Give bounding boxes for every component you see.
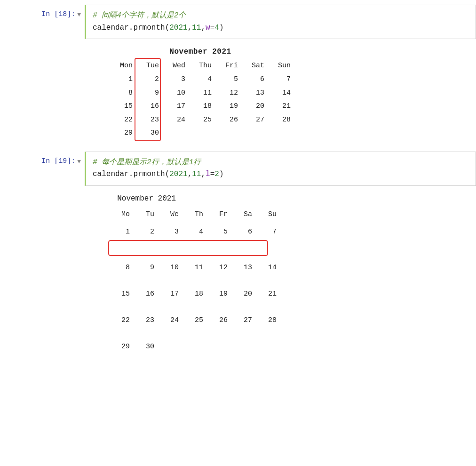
notebook: In [18]: ▼ # 间隔4个字符，默认是2个 calendar.prmon…	[0, 0, 476, 382]
cal2-title: November 2021	[108, 194, 462, 203]
cal2-w2-Th: 11	[182, 261, 206, 275]
cal1-r4-Sat: 27	[240, 113, 266, 127]
cal1-r2-Mon: 8	[108, 87, 135, 100]
cal1-header-Sun: Sun	[266, 59, 293, 73]
cal1-r2-Fri: 12	[214, 87, 240, 100]
cal2-hdr-Th: Th	[182, 210, 206, 218]
cell-19-arg2: 11	[192, 170, 201, 178]
cell-19-val: 2	[214, 170, 219, 178]
cal1-r1-Sat: 6	[240, 73, 266, 87]
cal1-row-2: 8 9 10 11 12 13 14	[108, 87, 293, 100]
cal2-week4-row1: 22 23 24 25 26 27 28	[108, 313, 462, 328]
cal1-r1-Thu: 4	[187, 73, 214, 87]
cal2-week4: 22 23 24 25 26 27 28	[108, 313, 462, 336]
cell-18-close: )	[219, 24, 224, 32]
cal1-row-5: 29 30	[108, 127, 293, 140]
cell-19-arrow: ▼	[77, 158, 81, 165]
cal1-header-Sat: Sat	[240, 59, 266, 73]
cell-18: In [18]: ▼ # 间隔4个字符，默认是2个 calendar.prmon…	[0, 5, 476, 39]
cell-18-comma2: ,	[201, 24, 206, 32]
cal1-r1-Sun: 7	[266, 73, 293, 87]
cell-19-content: # 每个星期显示2行，默认是1行 calendar.prmonth(2021,1…	[85, 152, 476, 186]
cal2-week5-spacer	[108, 354, 462, 362]
cal1-r4-Thu: 25	[187, 113, 214, 127]
cal2-w2-Mo: 8	[108, 261, 133, 275]
cell-19-func: calendar.prmonth(	[93, 170, 169, 178]
cell-19-close: )	[219, 170, 224, 178]
cal1-r4-Mon: 22	[108, 113, 135, 127]
cal2-w3-We: 17	[157, 287, 182, 301]
cal1-r2-Sun: 14	[266, 87, 293, 100]
cal1-r2-Tue: 9	[135, 87, 161, 100]
cell-19-arg1: 2021	[169, 170, 187, 178]
cell-18-arrow: ▼	[77, 11, 81, 18]
cal1-header-Mon: Mon	[108, 59, 135, 73]
cal2-w2-Tu: 9	[133, 261, 157, 275]
cell-18-comment-text: # 间隔4个字符，默认是2个	[93, 11, 186, 20]
calendar-1: November 2021 Mon Tue Wed Thu Fri Sat Su…	[108, 48, 293, 140]
cal2-week3: 15 16 17 18 19 20 21	[108, 287, 462, 310]
cal1-r5-Sat	[240, 127, 266, 140]
cal1-r3-Tue: 16	[135, 100, 161, 113]
cal1-r5-Tue: 30	[135, 127, 161, 140]
cal2-w1-Th: 4	[182, 225, 206, 239]
cal2-hdr-Sa: Sa	[230, 210, 255, 218]
cal2-week5-row1: 29 30	[108, 340, 462, 354]
cal1-header-row: Mon Tue Wed Thu Fri Sat Sun	[108, 59, 293, 73]
cell-19-code: calendar.prmonth(2021,11,l=2)	[93, 169, 469, 181]
cal2-w1-Su: 7	[255, 225, 279, 239]
cal2-week2: 8 9 10 11 12 13 14	[108, 261, 462, 283]
cal1-row-1: 1 2 3 4 5 6 7	[108, 73, 293, 87]
cal1-r5-Fri	[214, 127, 240, 140]
cal2-hdr-Tu: Tu	[133, 210, 157, 218]
cal1-r1-Fri: 5	[214, 73, 240, 87]
cal2-w1-We: 3	[157, 225, 182, 239]
cal2-w1-Tu: 2	[133, 225, 157, 239]
cal1-r4-Fri: 26	[214, 113, 240, 127]
cal2-w5-Sa	[230, 340, 255, 354]
cal1-r3-Sat: 20	[240, 100, 266, 113]
cal1-r5-Mon: 29	[108, 127, 135, 140]
cal2-week1: 1 2 3 4 5 6 7	[108, 225, 462, 257]
cal1-header-Wed: Wed	[161, 59, 187, 73]
cell-19: In [19]: ▼ # 每个星期显示2行，默认是1行 calendar.prm…	[0, 152, 476, 186]
cell-18-code: calendar.prmonth(2021,11,w=4)	[93, 22, 469, 34]
cal1-r5-Thu	[187, 127, 214, 140]
cal2-header: Mo Tu We Th Fr Sa Su	[108, 210, 462, 218]
cal1-header-Tue: Tue	[135, 59, 161, 73]
cal2-hdr-Fr: Fr	[206, 210, 230, 218]
cell-18-func: calendar.prmonth(	[93, 24, 169, 32]
cal1-r3-Sun: 21	[266, 100, 293, 113]
cal1-r2-Wed: 10	[161, 87, 187, 100]
cell-18-content: # 间隔4个字符，默认是2个 calendar.prmonth(2021,11,…	[85, 5, 476, 39]
cal2-w5-Tu: 30	[133, 340, 157, 354]
cal2-week3-row1: 15 16 17 18 19 20 21	[108, 287, 462, 301]
calendar-2: November 2021 Mo Tu We Th Fr Sa Su 1 2 3…	[108, 194, 462, 362]
cal1-r1-Mon: 1	[108, 73, 135, 87]
cal2-w4-We: 24	[157, 313, 182, 328]
cal2-w5-Mo: 29	[108, 340, 133, 354]
cell-18-kw: w	[206, 24, 210, 32]
cell-18-label-text: In [18]:	[41, 10, 75, 18]
cal2-w4-Su: 28	[255, 313, 279, 328]
cal1-r5-Sun	[266, 127, 293, 140]
cell-18-eq: =	[210, 24, 215, 32]
cal1-r1-Tue: 2	[135, 73, 161, 87]
cal2-w5-Th	[182, 340, 206, 354]
cal1-r2-Sat: 13	[240, 87, 266, 100]
cal1-r4-Sun: 28	[266, 113, 293, 127]
cal1-r3-Wed: 17	[161, 100, 187, 113]
output-19: November 2021 Mo Tu We Th Fr Sa Su 1 2 3…	[85, 186, 476, 378]
cal2-week2-row1: 8 9 10 11 12 13 14	[108, 261, 462, 275]
cal2-w5-We	[157, 340, 182, 354]
cal2-week1-row1: 1 2 3 4 5 6 7	[108, 225, 462, 239]
cal2-hdr-Su: Su	[255, 210, 279, 218]
cal2-week2-spacer	[108, 275, 462, 283]
output-18: November 2021 Mon Tue Wed Thu Fri Sat Su…	[85, 39, 476, 152]
red-rect-row2	[108, 240, 268, 256]
cal2-w4-Tu: 23	[133, 313, 157, 328]
cal1-r1-Wed: 3	[161, 73, 187, 87]
cal1-row-4: 22 23 24 25 26 27 28	[108, 113, 293, 127]
cell-19-comma2: ,	[201, 170, 206, 178]
cal2-w4-Mo: 22	[108, 313, 133, 328]
